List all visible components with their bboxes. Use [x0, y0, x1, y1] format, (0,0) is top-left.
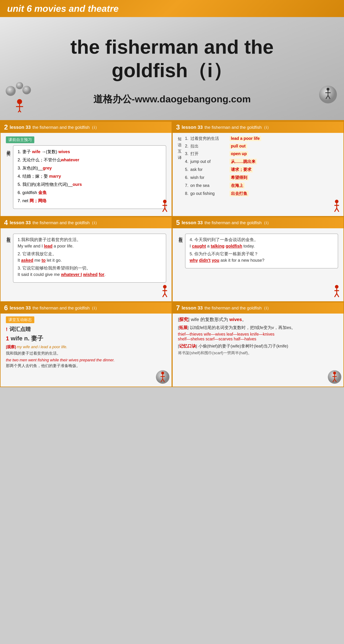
vocab-fill-4: marry — [48, 174, 61, 178]
panel-7-number: 7 — [176, 304, 180, 312]
phrase-en-5: 请求；要求 — [229, 167, 253, 172]
panel-3-phrases: 1. 过着贫穷的生活 lead a poor life 2. 拉出 pull o… — [185, 136, 340, 198]
explore-answer: wives — [229, 317, 242, 322]
phrase-en-8: 出去打鱼 — [229, 190, 249, 196]
vocab-fill-1a: wife — [31, 149, 42, 154]
panel-4-subtitle: the fisherman and the goldfish（i） — [33, 220, 99, 226]
vocab-item-3: 3. 灰色(的)__grey — [18, 165, 162, 171]
panel-6-figure — [156, 370, 170, 385]
svg-line-8 — [17, 110, 20, 112]
section-title: 词汇点睛 — [10, 326, 31, 332]
sent-en-4: I caught a talking goldfish today. — [190, 244, 334, 248]
phrase-en-7: 在海上 — [229, 183, 245, 188]
fill-wished: wished — [83, 272, 97, 277]
obs-zh1: 我和我的妻子过着贫穷的生活。 — [6, 351, 61, 356]
panel-6-subtitle: the fisherman and the goldfish（i） — [33, 305, 99, 311]
panel-3-lesson: lesson 33 — [182, 124, 203, 130]
panels-grid: 2 lesson 33 the fisherman and the goldfi… — [0, 120, 344, 387]
panel-7-body: |探究| wife 的复数形式为 wives。 |拓展| 以f或fe结尾的名词变… — [173, 314, 344, 358]
panel-6-header: 6 lesson 33 the fisherman and the goldfi… — [1, 302, 172, 314]
fill-why: why — [190, 258, 198, 262]
vocab-item-2: 2. 无论什么；不管什么whatever — [18, 157, 162, 163]
label-translate: 译 — [178, 154, 182, 161]
panel-3: 3 lesson 33 the fisherman and the goldfi… — [172, 121, 344, 216]
explore-line: |探究| wife 的复数形式为 wives。 — [178, 316, 338, 322]
svg-point-5 — [17, 99, 22, 104]
panel-5-body: 句型在线 4. 今天我钓到了一条会说话的金鱼。 I caught a talki… — [173, 228, 344, 272]
panel-5-section-label: 句型在线 — [178, 234, 183, 236]
panel-5-number: 5 — [176, 219, 180, 226]
memory-label: 记忆口诀 — [179, 344, 196, 348]
panel-3-header: 3 lesson 33 the fisherman and the goldfi… — [173, 122, 344, 133]
vocab-num: 1 — [6, 335, 9, 342]
vocab-item-1: 1. 妻子 wife →(复数) wives — [18, 148, 162, 155]
sentence-box-4: 1.我和我的妻子过着贫穷的生活。 My wife and I lead a po… — [13, 234, 166, 283]
panel-5-header: 5 lesson 33 the fisherman and the goldfi… — [173, 217, 344, 228]
panel-6-lesson: lesson 33 — [10, 305, 31, 311]
phrase-en-1: lead a poor life — [229, 136, 261, 141]
panel-2-tag: 课前自主预习 — [6, 136, 34, 143]
panel-3-number: 3 — [176, 124, 180, 131]
obs-zh2: 那两个男人去钓鱼，他们的妻子准备晚饭。 — [6, 364, 80, 368]
panel-4-figure — [160, 284, 170, 300]
panel-6-tag: 课堂互动标志 — [6, 316, 34, 323]
svg-line-20 — [165, 208, 167, 212]
decorative-figure-right — [317, 84, 339, 113]
word-list: thief—thieves wife—wives leaf—leaves kni… — [178, 332, 338, 342]
phrase-2: 2. 拉出 pull out — [185, 143, 340, 149]
header-title: unit 6 movies and theatre — [7, 3, 119, 14]
panel-4: 4 lesson 33 the fisherman and the goldfi… — [0, 216, 172, 302]
panel-4-lesson: lesson 33 — [10, 220, 31, 226]
label-lang: 语 — [178, 142, 182, 148]
sent-en-5: why didn't you ask it for a new house? — [190, 258, 334, 263]
obs-en2-block: the two men went fishing while their wiv… — [6, 358, 166, 362]
sent-zh-3: 3. 它说它能够给我所希望得到的一切。 — [18, 265, 162, 271]
watermark: 道格办公-www.daogebangong.com — [93, 93, 251, 106]
sentence-box-5: 4. 今天我钓到了一条会说话的金鱼。 I caught a talking go… — [185, 234, 338, 268]
sent-en-2: It asked me to let it go. — [18, 258, 162, 263]
obs-zh2-block: 那两个男人去钓鱼，他们的妻子准备晚饭。 — [6, 363, 166, 368]
svg-point-37 — [161, 372, 164, 374]
phrase-en-6: 希望得到 — [229, 175, 249, 180]
phrase-6: 6. wish for 希望得到 — [185, 175, 340, 180]
memory-detail: 将书架(shelf)和围巾(scarf)一劈两半(half)。 — [178, 350, 338, 356]
svg-line-19 — [163, 208, 165, 212]
phrase-7: 7. on the sea 在海上 — [185, 183, 340, 188]
panel-2-number: 2 — [4, 124, 8, 131]
panel-4-number: 4 — [4, 219, 8, 226]
label-short: 短 — [178, 136, 182, 142]
explore-text: wife 的复数形式为 — [191, 317, 228, 322]
vocab-fill-5: ours — [73, 182, 82, 187]
svg-point-16 — [163, 200, 167, 203]
obs-en1: my wife and i lead a poor life. — [17, 345, 67, 349]
vocab-item-4: 4. 结婚；嫁；娶 marry — [18, 173, 162, 180]
svg-line-34 — [334, 294, 337, 297]
panel-7: 7 lesson 33 the fisherman and the goldfi… — [172, 302, 344, 387]
phrase-5: 5. ask for 请求；要求 — [185, 167, 340, 172]
phrase-8: 8. go out fishing 出去打鱼 — [185, 190, 340, 196]
panel-5-subtitle: the fisherman and the goldfish（i） — [204, 220, 271, 226]
panel-7-figure — [327, 370, 342, 385]
fill-to: to — [42, 258, 46, 262]
panel-2-content: 单词阅关 1. 妻子 wife →(复数) wives 2. 无论什么；不管什么… — [6, 145, 166, 209]
panel-6: 6 lesson 33 the fisherman and the goldfi… — [0, 302, 172, 387]
observe-block: |观察| my wife and i lead a poor life. — [6, 344, 166, 350]
fill-whatever: whatever I — [61, 272, 82, 277]
vocab-fill-7: 网；网络 — [30, 198, 47, 203]
fill-for: for — [99, 272, 104, 277]
panel-2: 2 lesson 33 the fisherman and the goldfi… — [0, 121, 172, 216]
svg-line-24 — [334, 208, 337, 212]
obs-en2: the two men went fishing while their wiv… — [6, 358, 115, 362]
fill-asked: asked — [21, 258, 33, 262]
sent-zh-5: 5. 你为什么不向它要一栋新房子呢？ — [190, 251, 334, 257]
panel-6-exclaim: ! 词汇点睛 — [6, 326, 166, 333]
vocab-point-title: 1 wife n. 妻子 — [6, 334, 166, 342]
fill-talking: talking — [211, 244, 224, 248]
svg-point-31 — [335, 285, 338, 288]
panel-2-header: 2 lesson 33 the fisherman and the goldfi… — [1, 122, 172, 133]
observe-tag: |观察| — [6, 345, 16, 349]
phrase-3: 3. 打开 open up — [185, 151, 340, 156]
phrase-en-4: 从……跳出来 — [229, 159, 257, 164]
panel-6-number: 6 — [4, 304, 8, 312]
label-mutual: 互 — [178, 148, 182, 154]
